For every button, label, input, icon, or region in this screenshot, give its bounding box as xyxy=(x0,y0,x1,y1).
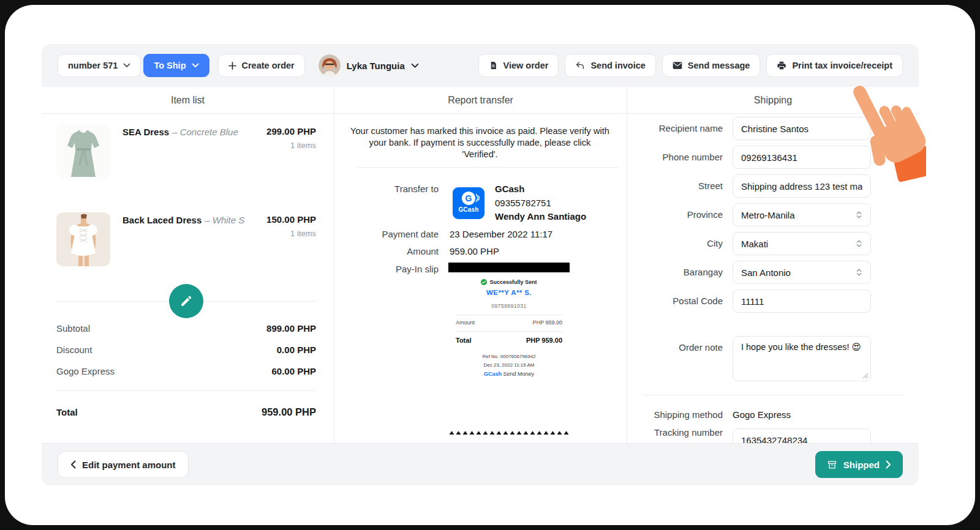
app-window: number 571 To Ship Create order xyxy=(5,5,975,525)
pay-in-slip-image[interactable]: Successfully Sent WE**Y A** S. 097589910… xyxy=(448,263,570,377)
tracking-number-label: Tracking number xyxy=(627,427,723,438)
slip-amount-row: Amount PHP 959.00 xyxy=(456,319,562,326)
tracking-number-field[interactable] xyxy=(733,428,871,443)
gcash-logo-text: GCash xyxy=(458,206,478,213)
edit-payment-label: Edit payment amount xyxy=(82,460,176,470)
user-name: Lyka Tunguia xyxy=(347,61,405,71)
payment-date-label: Payment date xyxy=(334,229,439,239)
shipping-column: Recipient name Phone number Street Provi… xyxy=(627,114,919,443)
shipped-button[interactable]: Shipped xyxy=(815,451,903,478)
discount-row: Discount 0.00 PHP xyxy=(56,344,316,355)
slip-brand-suffix: Send Money xyxy=(502,371,534,377)
edit-items-button[interactable] xyxy=(169,284,203,318)
view-order-label: View order xyxy=(503,61,549,70)
pay-in-slip-label: Pay-In slip xyxy=(334,264,439,274)
user-menu[interactable]: Lyka Tunguia xyxy=(318,54,419,77)
divider xyxy=(456,315,562,315)
shipping-method-value: Gogo Express xyxy=(733,409,791,420)
recipient-name-field[interactable] xyxy=(733,117,871,140)
column-headers: Item list Report transfer Shipping xyxy=(42,87,919,114)
item-row: SEA Dress– Concrete Blue 299.00 PHP 1 it… xyxy=(56,124,316,178)
envelope-icon xyxy=(673,61,682,70)
columns: SEA Dress– Concrete Blue 299.00 PHP 1 it… xyxy=(42,114,919,443)
user-avatar xyxy=(318,54,341,77)
postal-code-label: Postal Code xyxy=(627,296,723,306)
slip-total-row: Total PHP 959.00 xyxy=(456,337,562,344)
product-quantity: 1 items xyxy=(266,141,316,150)
create-order-button[interactable]: Create order xyxy=(218,54,305,77)
province-label: Province xyxy=(627,209,723,220)
city-select[interactable]: Makati xyxy=(733,232,871,255)
send-message-button[interactable]: Send message xyxy=(662,54,761,77)
column-header-report-transfer: Report transfer xyxy=(334,87,627,113)
product-pricing: 299.00 PHP 1 items xyxy=(266,124,316,178)
toolbar: number 571 To Ship Create order xyxy=(42,44,919,87)
chevron-down-icon xyxy=(411,63,419,69)
print-tax-button[interactable]: Print tax invoice/receipt xyxy=(766,54,903,77)
payment-account-name: Wendy Ann Santiago xyxy=(495,210,586,224)
document-icon xyxy=(489,61,498,70)
select-chevrons-icon xyxy=(856,210,862,220)
gcash-logo-letter: G xyxy=(466,193,472,203)
transfer-to-label: Transfer to xyxy=(334,184,439,194)
column-header-shipping: Shipping xyxy=(627,87,919,113)
plus-icon xyxy=(228,62,236,70)
phone-number-label: Phone number xyxy=(627,152,723,162)
slip-total-value: PHP 959.00 xyxy=(526,337,562,344)
edit-payment-button[interactable]: Edit payment amount xyxy=(58,451,189,478)
product-thumbnail xyxy=(56,124,110,178)
gcash-signal-icon xyxy=(475,193,480,203)
toolbar-actions: View order Send invoice Send message Pri… xyxy=(478,54,903,77)
product-title: Back Laced Dress– White S xyxy=(123,212,244,266)
edit-items-divider xyxy=(56,284,316,318)
total-label: Total xyxy=(56,407,78,417)
subtotal-label: Subtotal xyxy=(56,323,90,334)
slip-reference-number: Ref No. 0007606796942 xyxy=(448,354,570,359)
view-order-button[interactable]: View order xyxy=(478,54,559,77)
slip-status-text: Successfully Sent xyxy=(489,279,537,285)
postal-code-field[interactable] xyxy=(733,289,871,313)
shipped-label: Shipped xyxy=(843,460,880,470)
slip-brand-name: GCash xyxy=(484,371,502,377)
create-order-label: Create order xyxy=(242,61,295,70)
order-note-textarea[interactable]: I hope you like the dresses! 😍 xyxy=(733,336,871,381)
select-chevrons-icon xyxy=(856,239,862,248)
order-status-dropdown[interactable]: To Ship xyxy=(143,54,209,77)
street-field[interactable] xyxy=(733,174,871,198)
total-row: Total 959.00 PHP xyxy=(56,406,316,417)
send-message-label: Send message xyxy=(688,61,750,70)
chevron-left-icon xyxy=(70,460,76,469)
order-number-dropdown[interactable]: number 571 xyxy=(58,54,141,77)
slip-datetime: Dec 23, 2022 11:15 AM xyxy=(448,362,570,368)
transfer-notice: Your customer has marked this invoice as… xyxy=(350,125,609,160)
province-select[interactable]: Metro-Manila xyxy=(733,203,871,226)
order-number-label: number 571 xyxy=(68,61,118,70)
item-row: Back Laced Dress– White S 150.00 PHP 1 i… xyxy=(56,212,316,266)
slip-recipient-masked: WE**Y A** S. xyxy=(448,289,570,296)
order-detail-panel: number 571 To Ship Create order xyxy=(42,44,919,485)
province-value: Metro-Manila xyxy=(741,210,795,220)
barangay-select[interactable]: San Antonio xyxy=(733,261,871,284)
payment-account-number: 09355782751 xyxy=(495,196,586,211)
amount-label: Amount xyxy=(334,246,439,256)
printer-icon xyxy=(777,61,786,70)
shipping-fee-value: 60.00 PHP xyxy=(271,366,316,376)
item-list-column: SEA Dress– Concrete Blue 299.00 PHP 1 it… xyxy=(42,114,334,443)
send-invoice-button[interactable]: Send invoice xyxy=(565,54,655,77)
product-thumbnail xyxy=(56,212,110,266)
divider xyxy=(456,331,562,332)
slip-amount-value: PHP 959.00 xyxy=(533,319,562,326)
subtotal-value: 899.00 PHP xyxy=(266,323,316,334)
pencil-icon xyxy=(179,294,193,308)
amount-value: 959.00 PHP xyxy=(450,246,499,256)
divider xyxy=(643,395,903,395)
total-value: 959.00 PHP xyxy=(262,406,316,418)
barangay-value: San Antonio xyxy=(741,267,791,278)
shipping-method-label: Shipping method xyxy=(627,409,723,420)
receipt-tear-edge xyxy=(448,430,570,435)
city-label: City xyxy=(627,238,723,248)
product-price: 299.00 PHP xyxy=(266,126,316,136)
phone-number-field[interactable] xyxy=(733,146,871,169)
slip-status: Successfully Sent xyxy=(448,279,570,285)
gcash-logo-mark: G xyxy=(462,192,475,205)
